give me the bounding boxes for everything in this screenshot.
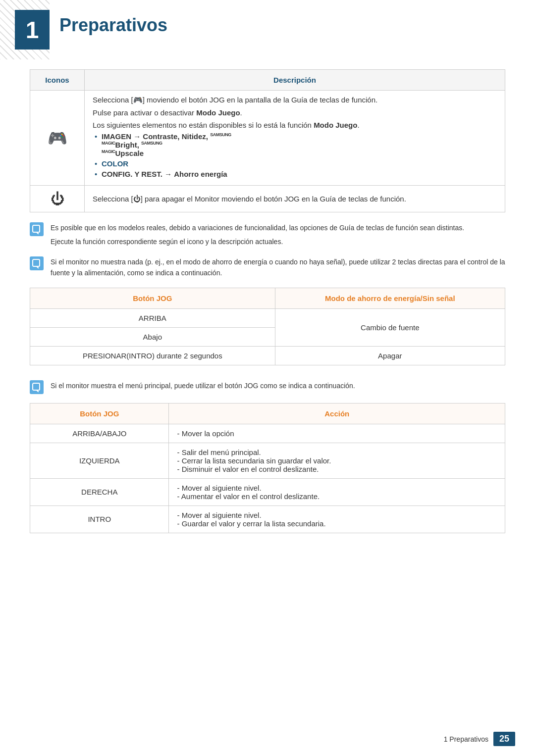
label-upscale: Upscale [115,149,144,157]
table-row: PRESIONAR(INTRO) durante 2 segundos Apag… [30,346,505,365]
label-config: CONFIG. Y REST. [102,170,162,178]
gamepad-icon-ref: 🎮 [133,96,143,104]
power-icon-ref: ⏻ [133,195,141,203]
table-row: ⏻ Selecciona [⏻] para apagar el Monitor … [30,186,505,212]
table3-col2-header: Acción [169,403,505,424]
note-icon-3 [30,380,44,394]
note-line2: Ejecute la función correspondiente según… [51,236,464,247]
table1-header-icons: Iconos [30,70,85,91]
note-block-3: Si el monitor muestra el menú principal,… [30,380,505,394]
note-text-2: Si el monitor no muestra nada (p. ej., e… [51,256,505,279]
gamepad-icon: 🎮 [48,129,67,147]
table3-col1-header: Botón JOG [30,403,169,424]
svg-rect-0 [33,225,40,232]
table1-header-desc: Descripción [85,70,505,91]
power-cell: ⏻ [30,186,85,212]
note-icon-svg3 [32,382,42,392]
gamepad-bullet-list: IMAGEN → Contraste, Nitidez, SAMSUNGMAGI… [93,132,497,178]
gamepad-desc-line3: Los siguientes elementos no están dispon… [93,121,497,129]
table-row: INTRO - Mover al siguiente nivel. - Guar… [30,505,505,533]
intro-line2: - Guardar el valor y cerrar la lista sec… [177,519,497,528]
bullet-item-imagen: IMAGEN → Contraste, Nitidez, SAMSUNGMAGI… [93,132,497,157]
note-icon-svg [32,224,42,234]
der-line2: - Aumentar el valor en el control desliz… [177,492,497,501]
label-imagen: IMAGEN [102,132,131,141]
gamepad-desc-line2: Pulse para activar o desactivar Modo Jue… [93,108,497,117]
intro-cell: INTRO [30,505,169,533]
izquierda-desc-cell: - Salir del menú principal. - Cerrar la … [169,443,505,478]
table2-col2-header: Modo de ahorro de energía/Sin señal [275,288,505,308]
label-bright: Bright, [115,141,139,149]
derecha-cell: DERECHA [30,478,169,505]
label-contraste: Contraste, Nitidez, [143,132,208,141]
table-row: ARRIBA Cambio de fuente [30,308,505,327]
table-row: ARRIBA/ABAJO - Mover la opción [30,424,505,443]
note-icon-1 [30,222,44,236]
table-row: 🎮 Selecciona [🎮] moviendo el botón JOG e… [30,91,505,186]
power-desc-cell: Selecciona [⏻] para apagar el Monitor mo… [85,186,505,212]
chapter-block: 1 [15,10,50,50]
svg-rect-4 [33,383,40,390]
note-block-2: Si el monitor no muestra nada (p. ej., e… [30,256,505,279]
apagar-cell: Apagar [275,346,505,365]
arriba-cell: ARRIBA [30,308,275,327]
izq-line2: - Cerrar la lista secundaria sin guardar… [177,456,497,465]
page-footer: 1 Preparativos 25 [444,732,515,746]
main-content: Iconos Descripción 🎮 Selecciona [🎮] movi… [0,0,535,583]
table-row: DERECHA - Mover al siguiente nivel. - Au… [30,478,505,505]
intro-line1: - Mover al siguiente nivel. [177,511,497,519]
mover-opcion-cell: - Mover la opción [169,424,505,443]
gamepad-desc-cell: Selecciona [🎮] moviendo el botón JOG en … [85,91,505,186]
label-ahorro: Ahorro energía [174,170,227,178]
label-color: COLOR [102,159,128,168]
note-icon-2 [30,256,44,270]
note-text-1: Es posible que en los modelos reales, de… [51,222,464,248]
note-icon-svg2 [32,258,42,268]
derecha-desc-cell: - Mover al siguiente nivel. - Aumentar e… [169,478,505,505]
icons-table: Iconos Descripción 🎮 Selecciona [🎮] movi… [30,69,505,212]
table-row: IZQUIERDA - Salir del menú principal. - … [30,443,505,478]
der-line1: - Mover al siguiente nivel. [177,484,497,492]
gamepad-cell: 🎮 [30,91,85,186]
abajo-cell: Abajo [30,327,275,346]
arriba-abajo-cell: ARRIBA/ABAJO [30,424,169,443]
izq-line1: - Salir del menú principal. [177,448,497,456]
jog-table-2: Botón JOG Acción ARRIBA/ABAJO - Mover la… [30,403,505,533]
table2-col1-header: Botón JOG [30,288,275,308]
arrow2: → [164,170,174,178]
footer-text: 1 Preparativos [444,735,488,743]
note-text-3: Si el monitor muestra el menú principal,… [51,380,355,391]
arrow1: → [133,132,143,141]
bullet-item-color: COLOR [93,159,497,168]
chapter-title: Preparativos [59,15,167,36]
cambio-fuente-cell: Cambio de fuente [275,308,505,346]
intro-desc-cell: - Mover al siguiente nivel. - Guardar el… [169,505,505,533]
svg-rect-2 [33,259,40,266]
footer-page-number: 25 [493,732,515,746]
note-line1: Es posible que en los modelos reales, de… [51,222,464,233]
izq-line3: - Disminuir el valor en el control desli… [177,465,497,473]
jog-table-1: Botón JOG Modo de ahorro de energía/Sin … [30,288,505,365]
izquierda-cell: IZQUIERDA [30,443,169,478]
bullet-item-config: CONFIG. Y REST. → Ahorro energía [93,170,497,178]
power-icon: ⏻ [51,191,64,206]
note-block-1: Es posible que en los modelos reales, de… [30,222,505,248]
presionar-cell: PRESIONAR(INTRO) durante 2 segundos [30,346,275,365]
chapter-number: 1 [26,16,39,44]
gamepad-desc-line1: Selecciona [🎮] moviendo el botón JOG en … [93,96,497,104]
power-desc: Selecciona [⏻] para apagar el Monitor mo… [93,195,497,203]
